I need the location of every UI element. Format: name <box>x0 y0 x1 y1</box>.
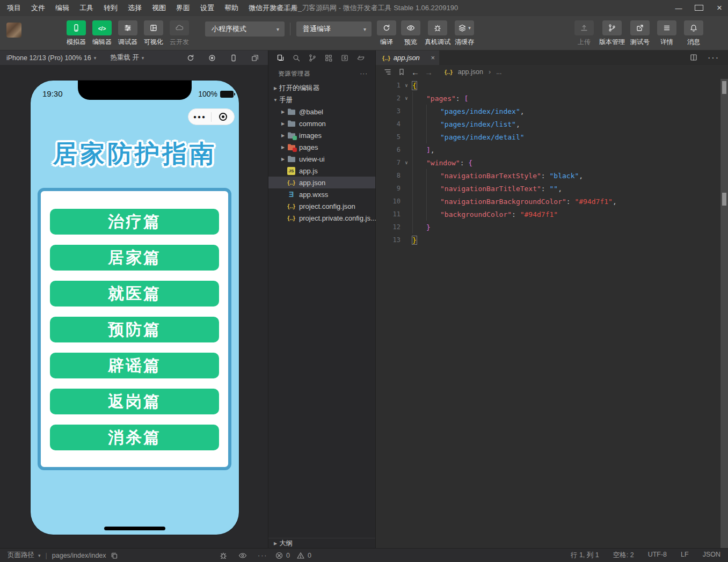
menu-视图[interactable]: 视图 <box>152 3 166 13</box>
menu-选择[interactable]: 选择 <box>128 3 142 13</box>
tree-item-app.js[interactable]: JSapp.js <box>268 165 375 177</box>
cursor-position[interactable]: 行 1, 列 1 <box>571 551 599 560</box>
scrollbar-thumb[interactable] <box>722 81 726 94</box>
back-icon[interactable]: ← <box>411 68 419 77</box>
split-editor-icon[interactable] <box>689 53 698 63</box>
menu-转到[interactable]: 转到 <box>104 3 118 13</box>
toolbar-button-版本管理[interactable]: 版本管理 <box>599 20 625 47</box>
copy-icon[interactable] <box>110 551 119 560</box>
toolbar-button-消息[interactable]: 消息 <box>682 20 705 47</box>
close-icon[interactable]: × <box>715 3 724 13</box>
code-line-11[interactable]: 11"backgroundColor": "#94d7f1" <box>376 208 728 221</box>
source-control-icon[interactable] <box>308 54 317 62</box>
extensions-icon[interactable] <box>324 54 333 62</box>
fold-icon[interactable]: ∨ <box>401 96 412 101</box>
open-editors-section[interactable]: ▶ 打开的编辑器 <box>268 82 375 94</box>
sim-more-icon[interactable]: ··· <box>258 552 268 559</box>
tree-item-pages[interactable]: ▶pages <box>268 141 375 153</box>
code-area[interactable]: 1∨{2∨"pages": [3"pages/index/index",4"pa… <box>376 79 728 246</box>
eol[interactable]: LF <box>681 551 689 560</box>
toolbar-button-预览[interactable]: 预览 <box>401 20 421 47</box>
miniprogram-button-治疗篇[interactable]: 治疗篇 <box>50 209 219 235</box>
project-root-section[interactable]: ▼ 手册 <box>268 94 375 106</box>
search-icon[interactable] <box>292 54 301 62</box>
tree-item-@babel[interactable]: ▶@babel <box>268 106 375 118</box>
explorer-more-icon[interactable]: ··· <box>360 70 368 77</box>
menu-文件[interactable]: 文件 <box>31 3 45 13</box>
code-line-4[interactable]: 4"pages/index/list", <box>376 118 728 130</box>
files-icon[interactable] <box>276 54 285 62</box>
capsule-exit-icon[interactable] <box>212 113 234 121</box>
tree-item-uview-ui[interactable]: ▶uview-ui <box>268 153 375 165</box>
toolbar-button-可视化[interactable]: 可视化 <box>141 20 166 47</box>
code-line-3[interactable]: 3"pages/index/index", <box>376 105 728 118</box>
page-path-value[interactable]: pages/index/index <box>52 552 106 559</box>
vconsole-bug-icon[interactable] <box>219 551 228 560</box>
hot-reload-toggle[interactable]: 热重载 开 <box>110 53 139 62</box>
code-line-1[interactable]: 1∨{ <box>376 79 728 92</box>
code-line-5[interactable]: 5"pages/index/detail" <box>376 130 728 143</box>
breadcrumb-more[interactable]: ... <box>496 68 501 76</box>
miniprogram-button-返岗篇[interactable]: 返岗篇 <box>50 389 219 414</box>
menu-微信开发者工具[interactable]: 微信开发者工具 <box>249 3 297 13</box>
mode-select[interactable]: 小程序模式 ▾ <box>205 21 285 37</box>
language-mode[interactable]: JSON <box>703 551 720 560</box>
menu-界面[interactable]: 界面 <box>176 3 190 13</box>
tree-item-project.config.json[interactable]: {..}project.config.json <box>268 200 375 212</box>
fold-icon[interactable]: ∨ <box>401 160 412 165</box>
miniprogram-button-消杀篇[interactable]: 消杀篇 <box>50 425 219 450</box>
indent-setting[interactable]: 空格: 2 <box>613 551 634 560</box>
toolbar-button-编译[interactable]: 编译 <box>376 20 397 47</box>
editor-scrollbar[interactable] <box>720 79 728 548</box>
code-line-9[interactable]: 9"navigationBarTitleText": "", <box>376 182 728 195</box>
forward-icon[interactable]: → <box>425 68 433 77</box>
avatar[interactable] <box>6 23 21 38</box>
toolbar-button-测试号[interactable]: 测试号 <box>628 20 652 47</box>
preview-eye-icon[interactable] <box>238 551 247 560</box>
outline-section[interactable]: ▶ 大纲 <box>268 538 375 548</box>
toolbar-button-编辑器[interactable]: </>编辑器 <box>90 20 114 47</box>
device-select[interactable]: iPhone 12/13 (Pro) 100% 16 <box>0 54 91 62</box>
docker-icon[interactable] <box>356 54 365 62</box>
multi-window-icon[interactable] <box>251 54 259 62</box>
record-icon[interactable] <box>208 54 216 62</box>
code-line-13[interactable]: 13} <box>376 233 728 246</box>
tree-item-app.wxss[interactable]: Eapp.wxss <box>268 188 375 200</box>
problems-indicator[interactable]: 0 0 <box>275 551 311 560</box>
miniprogram-button-居家篇[interactable]: 居家篇 <box>50 245 219 271</box>
restart-icon[interactable] <box>186 54 195 62</box>
menu-工具[interactable]: 工具 <box>79 3 93 13</box>
editor-more-icon[interactable]: ··· <box>708 53 719 63</box>
toolbar-button-调试器[interactable]: 调试器 <box>115 20 140 47</box>
menu-设置[interactable]: 设置 <box>200 3 214 13</box>
encoding[interactable]: UTF-8 <box>648 551 667 560</box>
toolbar-button-模拟器[interactable]: 模拟器 <box>64 20 89 47</box>
device-frame-icon[interactable] <box>229 54 238 62</box>
capsule-more-icon[interactable]: ●●● <box>188 114 211 120</box>
page-path-label[interactable]: 页面路径 <box>8 551 34 560</box>
code-line-6[interactable]: 6], <box>376 143 728 156</box>
menu-项目[interactable]: 项目 <box>7 3 21 13</box>
menu-帮助[interactable]: 帮助 <box>224 3 238 13</box>
breadcrumb-file[interactable]: app.json <box>458 68 483 76</box>
miniprogram-button-辟谣篇[interactable]: 辟谣篇 <box>50 353 219 378</box>
code-line-12[interactable]: 12} <box>376 221 728 233</box>
miniprogram-button-预防篇[interactable]: 预防篇 <box>50 317 219 342</box>
toolbar-button-清缓存[interactable]: ▾清缓存 <box>454 20 475 47</box>
menu-编辑[interactable]: 编辑 <box>55 3 69 13</box>
fold-icon[interactable]: ∨ <box>401 83 412 88</box>
miniprogram-button-就医篇[interactable]: 就医篇 <box>50 281 219 306</box>
code-line-10[interactable]: 10"navigationBarBackgroundColor": "#94d7… <box>376 195 728 208</box>
tree-item-project.private.config.js...[interactable]: {..}project.private.config.js... <box>268 212 375 224</box>
tree-item-images[interactable]: ▶images <box>268 129 375 141</box>
bookmark-icon[interactable] <box>397 68 406 76</box>
maximize-icon[interactable] <box>695 4 703 12</box>
code-line-8[interactable]: 8"navigationBarTextStyle": "black", <box>376 169 728 182</box>
tree-item-common[interactable]: ▶common <box>268 118 375 129</box>
tree-item-app.json[interactable]: {..}app.json <box>268 177 375 188</box>
code-line-7[interactable]: 7∨"window": { <box>376 156 728 169</box>
outline-list-icon[interactable] <box>383 68 392 76</box>
code-line-2[interactable]: 2∨"pages": [ <box>376 92 728 105</box>
toolbar-button-详情[interactable]: 详情 <box>655 20 679 47</box>
npm-scripts-icon[interactable] <box>340 54 349 62</box>
